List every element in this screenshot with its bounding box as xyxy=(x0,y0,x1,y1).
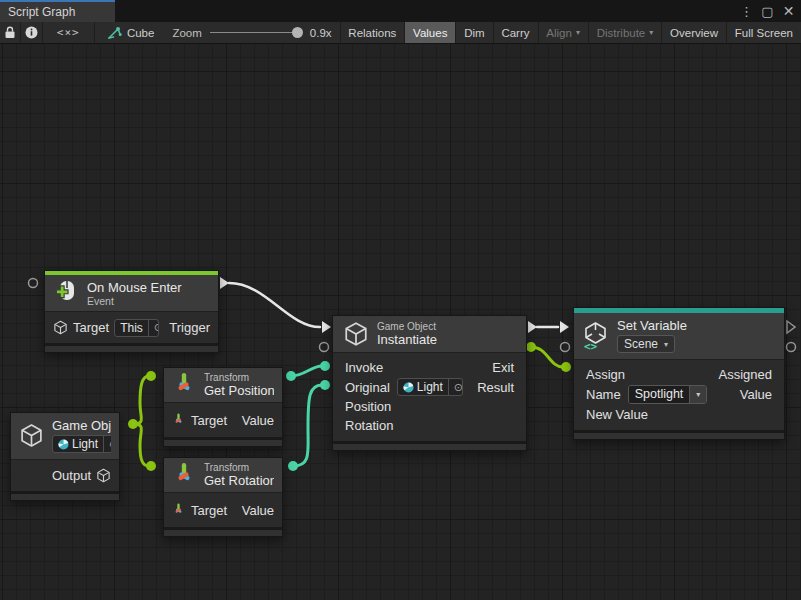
wire-output-to-getrotation xyxy=(133,424,149,466)
node-game-object-light[interactable]: Game Object Light ⊙ Output xyxy=(10,412,120,501)
target-value-chip[interactable]: This ⊙ xyxy=(114,319,159,337)
target-value: This xyxy=(115,320,148,336)
node-titles: On Mouse Enter Event xyxy=(87,280,182,307)
variable-scope-dropdown[interactable]: Scene ▾ xyxy=(617,335,675,353)
port-row: Target This ⊙ Trigger xyxy=(45,312,218,343)
setvariable-name-port[interactable] xyxy=(561,343,570,352)
wire-output-to-getposition xyxy=(133,376,149,424)
node-instantiate[interactable]: Game Object Instantiate Invoke Exit Orig… xyxy=(332,315,527,451)
node-title: Get Position xyxy=(204,383,274,398)
target-label: Target xyxy=(191,503,227,518)
wire-result-to-newvalue xyxy=(531,347,563,367)
close-icon[interactable]: ✕ xyxy=(780,3,797,20)
variable-name-dropdown[interactable]: Spotlight ▾ xyxy=(628,385,708,404)
assigned-label: Assigned xyxy=(719,367,772,382)
object-picker-icon[interactable]: ⊙ xyxy=(103,436,111,452)
target-label: Target xyxy=(73,320,109,335)
invoke-in-port[interactable] xyxy=(322,321,331,333)
getrotation-target-port[interactable] xyxy=(146,461,156,471)
onmouseenter-target-port[interactable] xyxy=(29,279,38,288)
dim-button[interactable]: Dim xyxy=(456,22,492,43)
lock-button[interactable] xyxy=(0,22,20,43)
graph-canvas[interactable]: On Mouse Enter Event Target This ⊙ Trigg… xyxy=(0,44,801,600)
assign-in-port[interactable] xyxy=(560,321,569,333)
object-value-chip[interactable]: Light ⊙ xyxy=(52,435,111,453)
tab-script-graph[interactable]: Script Graph xyxy=(0,0,115,22)
trigger-out-port[interactable] xyxy=(220,277,229,289)
setvariable-assigned-port[interactable] xyxy=(787,321,795,333)
port-row: Position xyxy=(333,397,526,416)
name-label: Name xyxy=(586,387,621,402)
result-out-port[interactable] xyxy=(526,342,536,352)
port-row: Assign Assigned xyxy=(574,364,784,384)
window-controls: ⋮ ▢ ✕ xyxy=(738,0,801,22)
getrotation-value-port[interactable] xyxy=(288,461,298,471)
light-value-label: Light xyxy=(72,437,98,451)
node-get-position[interactable]: Transform Get Position Target Value xyxy=(163,367,283,447)
node-on-mouse-enter[interactable]: On Mouse Enter Event Target This ⊙ Trigg… xyxy=(44,270,219,353)
rotation-label: Rotation xyxy=(345,418,393,433)
node-footer xyxy=(11,491,119,500)
values-button[interactable]: Values xyxy=(405,22,455,43)
fullscreen-button[interactable]: Full Screen xyxy=(727,22,801,43)
distribute-button[interactable]: Distribute ▾ xyxy=(589,22,662,43)
instantiate-original-port[interactable] xyxy=(320,343,329,352)
node-get-rotation[interactable]: Transform Get Rotation Target Value xyxy=(163,457,283,537)
variable-name-value: Spotlight xyxy=(629,386,690,403)
carry-button[interactable]: Carry xyxy=(493,22,537,43)
object-picker-icon[interactable]: ⊙ xyxy=(148,320,159,336)
original-value-label: Light xyxy=(417,380,443,394)
chevron-down-icon: ▾ xyxy=(576,28,580,37)
light-output-port[interactable] xyxy=(128,419,138,429)
port-row: Target Value xyxy=(164,493,282,527)
instantiate-rotation-port[interactable] xyxy=(320,380,330,390)
node-title: Instantiate xyxy=(377,332,437,347)
zoom-slider[interactable] xyxy=(210,32,302,33)
cube-icon xyxy=(53,320,68,335)
transform-icon xyxy=(172,372,196,398)
maximize-icon[interactable]: ▢ xyxy=(759,3,776,20)
node-set-variable[interactable]: <> Set Variable Scene ▾ Assign Assigned … xyxy=(573,307,785,440)
getposition-target-port[interactable] xyxy=(146,371,156,381)
object-picker-icon[interactable]: ⊙ xyxy=(448,379,463,395)
value-label: Value xyxy=(242,413,274,428)
value-label: Value xyxy=(242,503,274,518)
output-label: Output xyxy=(52,468,91,483)
instantiate-position-port[interactable] xyxy=(320,361,330,371)
node-category: Transform xyxy=(204,462,274,473)
chevron-down-icon[interactable]: ▾ xyxy=(689,386,706,403)
transform-icon xyxy=(172,462,196,488)
light-object-icon xyxy=(58,439,69,450)
tabbar-spacer xyxy=(115,0,738,22)
more-menu-icon[interactable]: ⋮ xyxy=(738,3,755,20)
port-row: New Value xyxy=(574,404,784,424)
port-row: Target Value xyxy=(164,403,282,437)
newvalue-in-port[interactable] xyxy=(561,362,571,372)
scope-value: Scene xyxy=(624,337,658,351)
setvariable-value-port[interactable] xyxy=(787,343,796,352)
vector-wires xyxy=(291,366,322,466)
assign-label: Assign xyxy=(586,367,625,382)
invoke-label: Invoke xyxy=(345,360,383,375)
exit-out-port[interactable] xyxy=(528,321,537,333)
original-value-chip[interactable]: Light ⊙ xyxy=(397,378,463,396)
align-button[interactable]: Align ▾ xyxy=(538,22,588,43)
new-value-label: New Value xyxy=(586,407,648,422)
cube-icon xyxy=(343,321,369,347)
svg-text:<>: <> xyxy=(584,340,598,351)
zoom-slider-handle[interactable] xyxy=(292,27,303,38)
node-footer xyxy=(574,430,784,439)
wire-position-value xyxy=(291,366,322,376)
relations-button[interactable]: Relations xyxy=(340,22,404,43)
view-code-button[interactable]: <×> xyxy=(42,22,94,43)
overview-button[interactable]: Overview xyxy=(662,22,726,43)
node-footer xyxy=(164,437,282,446)
code-icon: <×> xyxy=(57,26,80,39)
transform-icon xyxy=(172,413,185,427)
getposition-value-port[interactable] xyxy=(286,371,296,381)
original-label: Original xyxy=(345,380,390,395)
port-row: Name Spotlight ▾ Value xyxy=(574,384,784,404)
info-button[interactable] xyxy=(21,22,41,43)
graph-target[interactable]: Cube xyxy=(95,22,165,43)
trigger-label: Trigger xyxy=(169,320,210,335)
